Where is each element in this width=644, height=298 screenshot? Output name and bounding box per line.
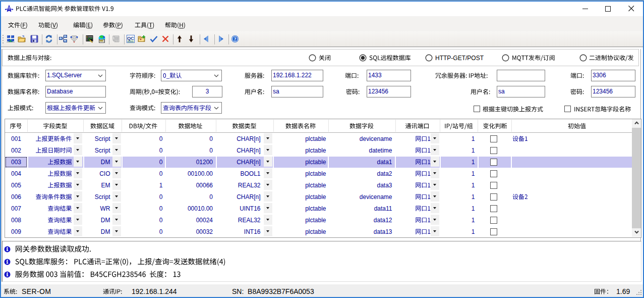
svg-text:QC: QC: [127, 36, 134, 41]
svg-text:?: ?: [234, 37, 237, 42]
